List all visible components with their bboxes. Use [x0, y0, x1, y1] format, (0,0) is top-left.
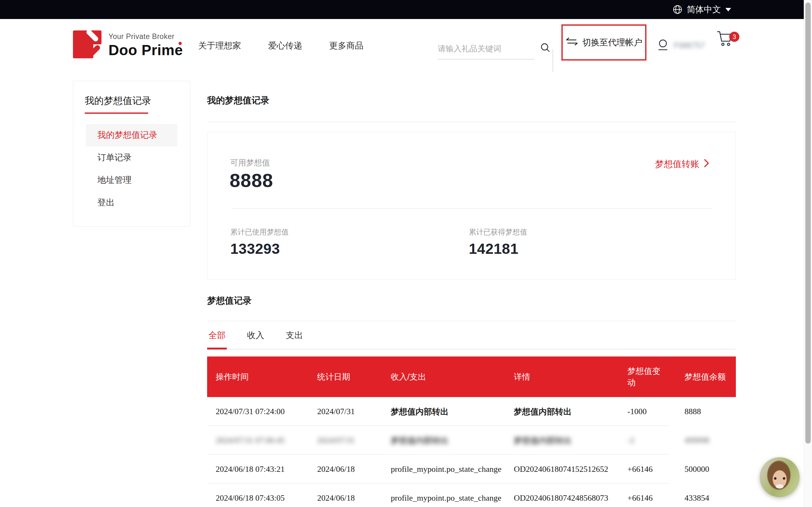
logo-brand: Doo Prime — [108, 42, 183, 59]
tab-income[interactable]: 收入 — [246, 330, 265, 349]
tab-all[interactable]: 全部 — [207, 330, 227, 349]
cell-points-balance: 499998 — [684, 436, 726, 445]
sidebar-item-address-management[interactable]: 地址管理 — [73, 169, 190, 191]
records-tabs: 全部 收入 支出 — [207, 330, 736, 349]
header: Your Private Broker Doo Prime 关于理想家 爱心传递… — [0, 19, 812, 81]
sidebar: 我的梦想值记录 我的梦想值记录 订单记录 地址管理 登出 — [73, 81, 190, 227]
header-divider — [553, 49, 553, 72]
sidebar-item-order-history[interactable]: 订单记录 — [73, 147, 190, 169]
cell-operation-time: 2024/06/18 07:43:05 — [216, 493, 285, 503]
search-box — [438, 38, 535, 60]
table-row: 2024/07/31 07:06:45 2024/07/31 梦想值内部转出 梦… — [207, 426, 736, 455]
stat-used: 累计已使用梦想值 133293 — [230, 227, 289, 257]
search-input[interactable] — [438, 44, 540, 53]
cell-detail: 梦想值内部转出 — [514, 406, 571, 417]
col-operation-time: 操作时间 — [216, 371, 249, 383]
table-row: 2024/06/18 07:43:05 2024/06/18 profile_m… — [207, 484, 736, 507]
topbar: 简体中文 — [0, 0, 812, 19]
search-icon[interactable] — [540, 43, 551, 55]
col-points-balance: 梦想值余额 — [684, 371, 726, 383]
records-heading: 梦想值记录 — [207, 295, 252, 307]
user-icon — [657, 38, 669, 53]
earned-points-value: 142181 — [469, 240, 527, 257]
title-divider — [207, 122, 736, 122]
tab-expense[interactable]: 支出 — [285, 330, 304, 349]
cell-income-expense: profile_mypoint.po_state_change — [391, 464, 502, 474]
cell-points-change: +66146 — [627, 464, 666, 474]
col-income-expense: 收入/支出 — [391, 371, 426, 383]
logo-i-dot — [179, 42, 182, 45]
cell-stat-date: 2024/06/18 — [317, 464, 355, 474]
nav-item-more-products[interactable]: 更多商品 — [329, 40, 363, 51]
cell-detail: OD20240618074152512652 — [514, 464, 608, 474]
logo-mark-icon — [73, 31, 102, 59]
points-transfer-link[interactable]: 梦想值转账 — [655, 158, 710, 170]
col-points-change: 梦想值变动 — [627, 365, 666, 388]
cell-stat-date: 2024/07/31 — [317, 436, 355, 445]
cell-stat-date: 2024/06/18 — [317, 493, 355, 503]
nav-item-charity[interactable]: 爱心传递 — [268, 40, 302, 51]
table-row: 2024/07/31 07:24:00 2024/07/31 梦想值内部转出 梦… — [207, 397, 736, 426]
cart-count-badge: 3 — [729, 32, 740, 42]
cell-operation-time: 2024/07/31 07:24:00 — [216, 407, 285, 416]
used-points-value: 133293 — [230, 240, 289, 257]
cell-points-balance: 500000 — [684, 464, 726, 474]
user-account[interactable]: F988757 — [657, 31, 705, 60]
cell-operation-time: 2024/06/18 07:43:21 — [216, 464, 285, 474]
available-points-value: 8888 — [230, 170, 273, 191]
sidebar-item-logout[interactable]: 登出 — [73, 191, 190, 214]
logo-tagline: Your Private Broker — [108, 32, 183, 41]
earned-points-label: 累计已获得梦想值 — [469, 227, 527, 237]
available-points-label: 可用梦想值 — [230, 158, 270, 168]
sidebar-menu: 我的梦想值记录 订单记录 地址管理 登出 — [73, 124, 190, 214]
card-divider — [231, 208, 712, 209]
cell-income-expense: 梦想值内部转出 — [391, 435, 449, 446]
switch-to-agent-button[interactable]: 切换至代理帐户 — [561, 24, 647, 60]
chevron-right-icon — [703, 158, 710, 170]
cell-points-change: +66146 — [627, 493, 666, 503]
col-stat-date: 统计日期 — [317, 371, 350, 383]
cell-stat-date: 2024/07/31 — [317, 407, 355, 416]
table-row: 2024/06/18 07:43:21 2024/06/18 profile_m… — [207, 455, 736, 484]
cart-button[interactable]: 3 — [715, 29, 750, 62]
records-divider — [207, 321, 736, 321]
cell-detail: 梦想值内部转出 — [514, 435, 571, 446]
scrollbar-thumb[interactable] — [805, 3, 811, 444]
points-summary-card: 可用梦想值 8888 梦想值转账 累计已使用梦想值 133293 累计已获得梦想… — [207, 132, 736, 279]
cell-operation-time: 2024/07/31 07:06:45 — [216, 436, 285, 445]
sidebar-title-underline — [85, 112, 148, 114]
sidebar-title: 我的梦想值记录 — [85, 95, 151, 107]
page-title: 我的梦想值记录 — [207, 95, 269, 107]
cell-points-balance: 433854 — [684, 493, 726, 503]
switch-arrows-icon — [565, 37, 578, 49]
cell-detail: OD20240618074248568073 — [514, 493, 608, 503]
stat-earned: 累计已获得梦想值 142181 — [469, 227, 527, 257]
chevron-down-icon — [725, 8, 731, 11]
used-points-label: 累计已使用梦想值 — [230, 227, 289, 237]
cell-points-balance: 8888 — [684, 407, 726, 416]
page: 简体中文 Your Private Broker Doo Prime 关于理想家… — [0, 0, 812, 507]
table-header: 操作时间 统计日期 收入/支出 详情 梦想值变动 梦想值余额 — [207, 356, 736, 397]
username-label: F988757 — [674, 41, 705, 50]
main-nav: 关于理想家 爱心传递 更多商品 — [198, 31, 363, 60]
col-detail: 详情 — [514, 371, 530, 383]
language-selector[interactable]: 简体中文 — [673, 0, 731, 19]
cart-icon — [715, 43, 735, 49]
avatar[interactable] — [760, 457, 800, 497]
records-table: 操作时间 统计日期 收入/支出 详情 梦想值变动 梦想值余额 2024/07/3… — [207, 356, 736, 507]
globe-icon — [673, 5, 682, 14]
cell-income-expense: 梦想值内部转出 — [391, 406, 449, 417]
switch-to-agent-label: 切换至代理帐户 — [582, 37, 642, 48]
scrollbar-track[interactable] — [804, 0, 812, 507]
cell-points-change: -2 — [627, 436, 666, 445]
language-label: 简体中文 — [687, 4, 721, 15]
cell-income-expense: profile_mypoint.po_state_change — [391, 493, 502, 503]
cell-points-change: -1000 — [627, 407, 666, 416]
sidebar-item-my-dream-points[interactable]: 我的梦想值记录 — [86, 124, 177, 147]
nav-item-about[interactable]: 关于理想家 — [198, 40, 241, 51]
